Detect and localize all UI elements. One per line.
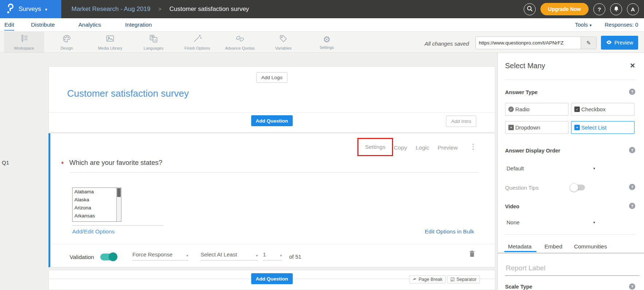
question-card: Settings Copy Logic Preview ⋮ * Which ar…	[49, 133, 495, 267]
question-settings-action[interactable]: Settings	[365, 144, 385, 150]
video-select[interactable]: None	[507, 219, 520, 225]
add-question-button-bottom[interactable]: Add Question	[251, 273, 293, 284]
palette-icon	[62, 34, 71, 45]
listbox-scrollbar[interactable]	[116, 188, 121, 221]
validation-rule-dropdown[interactable]: Force Response ▾	[132, 251, 188, 260]
search-button[interactable]	[524, 3, 536, 15]
surveys-menu-label: Surveys	[19, 5, 41, 13]
question-preview-action[interactable]: Preview	[438, 144, 458, 151]
add-logo-button[interactable]: Add Logo	[256, 72, 288, 83]
responses-count[interactable]: Responses: 0	[605, 22, 638, 28]
question-tips-toggle[interactable]	[570, 185, 585, 190]
help-icon[interactable]: ?	[629, 184, 635, 190]
video-label: Video	[505, 204, 519, 209]
gear-icon: ⚙	[323, 35, 331, 44]
answer-type-label: Answer Type	[505, 89, 538, 95]
list-item[interactable]: Arkansas	[73, 212, 121, 220]
separator-button[interactable]: ☑ Separator	[447, 275, 480, 283]
survey-nav: Edit Distribute Analytics Integration To…	[0, 18, 644, 31]
toolbar-advance-quotas[interactable]: Advance Quotas	[220, 32, 260, 53]
add-intro-button[interactable]: Add Intro	[446, 116, 476, 127]
avatar[interactable]: A	[627, 3, 639, 15]
validation-count-dropdown[interactable]: 1 ▾	[263, 251, 282, 260]
report-label-underline	[505, 275, 639, 276]
share-url-input[interactable]	[476, 37, 581, 49]
help-icon[interactable]: ?	[629, 283, 635, 290]
answer-display-order-label: Answer Display Order	[505, 148, 560, 154]
close-icon[interactable]: ✕	[630, 62, 635, 70]
top-bar: Surveys ▾ Market Research - Aug 2019 > C…	[0, 0, 644, 18]
validation-condition-dropdown[interactable]: Select At Least ▾	[201, 251, 258, 260]
tools-menu[interactable]: Tools▾	[575, 22, 592, 28]
editor-toolbar: Workspace Design Media Library	[0, 31, 644, 53]
delete-question-button[interactable]	[469, 250, 475, 259]
tab-distribute[interactable]: Distribute	[31, 22, 55, 28]
tab-track	[498, 252, 644, 254]
page-break-button[interactable]: Page Break	[409, 275, 446, 283]
tab-communities[interactable]: Communities	[574, 243, 607, 250]
upgrade-now-button[interactable]: Upgrade Now	[540, 3, 589, 15]
topbar-actions: Upgrade Now ? A	[524, 0, 639, 18]
toolbar-workspace[interactable]: Workspace	[4, 32, 44, 53]
edit-url-button[interactable]: ✎	[581, 37, 596, 49]
help-icon[interactable]: ?	[629, 89, 635, 95]
toolbar-design[interactable]: Design	[47, 32, 87, 53]
chevron-down-icon: ▾	[186, 254, 188, 258]
toolbar-finish-options[interactable]: Finish Options	[177, 32, 217, 53]
survey-title[interactable]: Customer satisfaction survey	[67, 88, 189, 99]
toggle-knob	[570, 183, 578, 192]
listbox-underline	[72, 225, 163, 226]
tab-integration[interactable]: Integration	[125, 22, 152, 28]
validation-toggle[interactable]	[100, 254, 117, 260]
add-edit-options-link[interactable]: Add/Edit Options	[72, 228, 115, 235]
toolbar-media-library[interactable]: Media Library	[90, 32, 130, 53]
list-item[interactable]: Arizona	[73, 204, 121, 212]
question-copy-action[interactable]: Copy	[394, 144, 407, 151]
toolbar-variables[interactable]: Variables	[263, 32, 303, 53]
toolbar-languages[interactable]: A Languages	[133, 32, 174, 53]
report-label-input[interactable]	[505, 264, 638, 272]
answer-type-radio[interactable]: ✓ Radio	[505, 103, 569, 116]
kebab-menu-icon[interactable]: ⋮	[470, 142, 477, 151]
breadcrumb-folder[interactable]: Market Research - Aug 2019	[71, 5, 150, 13]
divider	[505, 234, 635, 235]
sidebar-title: Select Many	[505, 62, 545, 70]
question-text[interactable]: Which are your favorite states?	[69, 159, 162, 167]
surveys-menu[interactable]: Surveys ▾	[0, 0, 61, 18]
breadcrumb-separator: >	[158, 6, 161, 12]
list-item[interactable]: Alaska	[73, 196, 121, 204]
breadcrumb: Market Research - Aug 2019 > Customer sa…	[71, 0, 249, 18]
chevron-down-icon[interactable]: ▾	[593, 220, 595, 224]
tab-analytics[interactable]: Analytics	[78, 22, 101, 28]
question-logic-action[interactable]: Logic	[416, 144, 429, 151]
tab-edit[interactable]: Edit	[4, 22, 14, 31]
avatar-initial: A	[631, 6, 635, 12]
divider	[49, 112, 495, 113]
answer-type-select-list[interactable]: ▼ Select List	[571, 121, 635, 134]
page-break-icon	[412, 277, 417, 282]
settings-highlight-box: Settings	[357, 138, 393, 156]
toolbar-settings[interactable]: ⚙ Settings	[307, 32, 347, 53]
divider	[505, 80, 635, 80]
questionpro-logo-icon	[6, 3, 15, 15]
preview-button[interactable]: Preview	[601, 36, 638, 50]
add-question-button-top[interactable]: Add Question	[251, 115, 293, 126]
validation-label: Validation	[70, 254, 94, 260]
answer-display-order-select[interactable]: Default	[507, 165, 524, 171]
chevron-down-icon[interactable]: ▾	[593, 166, 595, 170]
list-item[interactable]: Alabama	[73, 188, 121, 196]
help-icon[interactable]: ?	[629, 203, 635, 209]
tab-embed[interactable]: Embed	[544, 243, 562, 250]
answer-type-dropdown[interactable]: ▼ Dropdown	[505, 121, 569, 134]
tab-metadata[interactable]: Metadata	[508, 243, 532, 250]
help-icon[interactable]: ?	[629, 147, 635, 153]
chevron-down-icon: ▾	[280, 254, 282, 258]
scrollbar-thumb[interactable]	[117, 188, 121, 197]
answer-select-list[interactable]: Alabama Alaska Arizona Arkansas	[72, 187, 121, 222]
question-number: Q1	[2, 159, 9, 166]
edit-options-in-bulk-link[interactable]: Edit Options in Bulk	[425, 228, 474, 235]
help-button[interactable]: ?	[593, 3, 605, 15]
scale-type-label: Scale Type	[505, 284, 532, 290]
notifications-button[interactable]	[610, 3, 622, 15]
answer-type-checkbox[interactable]: ✓ Checkbox	[571, 103, 635, 116]
